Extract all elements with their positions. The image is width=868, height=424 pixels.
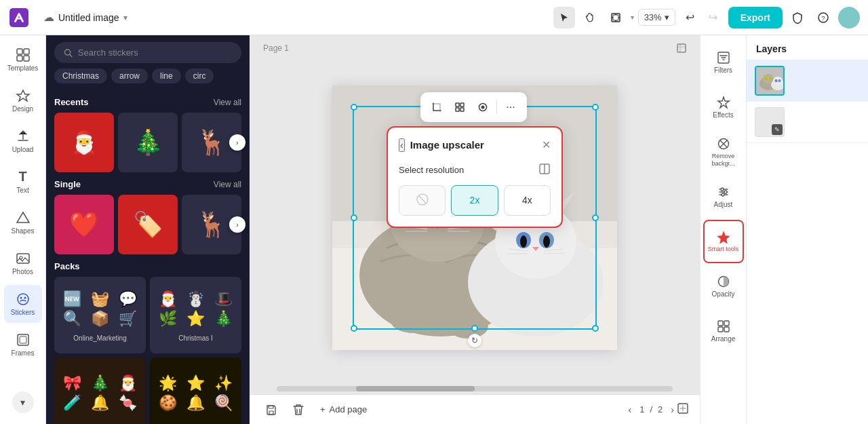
upscaler-header: ‹ Image upscaler ✕: [399, 138, 551, 152]
upscaler-popup: ‹ Image upscaler ✕ Select resolution: [387, 126, 563, 228]
tag-line[interactable]: line: [152, 69, 181, 83]
recents-grid: 🎅 🎄 🦌 ›: [54, 113, 241, 172]
sidebar-item-shapes[interactable]: Shapes: [4, 204, 42, 242]
rp-filters-label: Filters: [714, 66, 732, 75]
shapes-icon: [16, 210, 31, 225]
canvas-scrollbar[interactable]: [277, 386, 673, 391]
rp-opacity[interactable]: Opacity: [703, 265, 744, 308]
handle-bottom-left[interactable]: [351, 325, 357, 332]
svg-rect-6: [17, 49, 22, 54]
tag-circ[interactable]: circ: [185, 69, 214, 83]
sidebar-item-templates[interactable]: Templates: [4, 41, 42, 79]
single-next-arrow[interactable]: ›: [229, 216, 245, 233]
upscaler-opt-2x[interactable]: 2x: [451, 185, 498, 216]
add-page-button[interactable]: + Add page: [315, 402, 372, 417]
single-sticker-1[interactable]: ❤️: [54, 195, 114, 254]
sidebar-item-stickers[interactable]: Stickers: [4, 285, 42, 323]
upscaler-close-button[interactable]: ✕: [542, 138, 551, 151]
handle-mid-right[interactable]: [592, 214, 599, 221]
sidebar-collapse-button[interactable]: ▾: [12, 391, 34, 413]
hand-tool-button[interactable]: [579, 7, 601, 28]
handle-bottom-mid[interactable]: [471, 325, 478, 332]
search-box[interactable]: [54, 42, 241, 63]
pack-name-2: Christmas I: [178, 334, 213, 345]
svg-line-18: [70, 54, 72, 56]
effects-icon: [717, 96, 730, 109]
rp-remove-bg[interactable]: Remove backgr...: [703, 130, 744, 174]
svg-point-13: [20, 296, 22, 298]
svg-rect-62: [269, 406, 273, 408]
pack-icon-1: 🆕: [60, 290, 85, 308]
zoom-control[interactable]: 33% ▾: [638, 9, 675, 26]
logo[interactable]: [8, 7, 30, 28]
recent-sticker-1[interactable]: 🎅: [54, 113, 114, 172]
rp-filters[interactable]: Filters: [703, 41, 744, 84]
sidebar-item-photos[interactable]: Photos: [4, 244, 42, 282]
save-button[interactable]: [260, 399, 282, 421]
upscaler-opt-none[interactable]: [399, 185, 446, 216]
recents-view-all[interactable]: View all: [214, 98, 241, 107]
pack-gold[interactable]: 🌟 ⭐ ✨ 🍪 🔔 🍭: [150, 358, 241, 425]
svg-rect-71: [724, 321, 729, 326]
tag-arrow[interactable]: arrow: [111, 69, 148, 83]
svg-point-82: [778, 79, 781, 82]
pack-christmas[interactable]: 🎅 ☃️ 🎩 🌿 ⭐ 🎄 Christmas I: [150, 277, 241, 353]
sticker-content: Recents View all 🎅 🎄 🦌 › Single View all…: [46, 90, 250, 424]
frame-tool-button[interactable]: [605, 7, 627, 28]
recents-next-arrow[interactable]: ›: [229, 134, 245, 151]
doc-title-area[interactable]: ☁ Untitled image ▾: [43, 11, 127, 24]
shield-button[interactable]: [787, 7, 808, 28]
handle-bottom-right[interactable]: [592, 325, 599, 332]
delete-button[interactable]: [288, 399, 309, 421]
rp-effects[interactable]: Effects: [703, 85, 744, 129]
resize-icon[interactable]: [677, 43, 686, 55]
page-navigation: ‹ 1 / 2 ›: [626, 402, 677, 418]
upscaler-opt-4x[interactable]: 4x: [504, 185, 551, 216]
sidebar-item-upload[interactable]: Upload: [4, 122, 42, 160]
pack-christmas-2[interactable]: 🎀 🎄 🎅 🧪 🔔 🍬: [54, 358, 146, 425]
user-avatar[interactable]: [838, 7, 860, 28]
mask-button[interactable]: [472, 96, 494, 118]
expand-button[interactable]: [677, 402, 689, 417]
cloud-icon: ☁: [43, 11, 54, 24]
prev-page-button[interactable]: ‹: [626, 402, 635, 418]
sidebar-item-design[interactable]: Design: [4, 81, 42, 119]
recent-sticker-2[interactable]: 🎄: [118, 113, 178, 172]
more-button[interactable]: ···: [500, 96, 521, 118]
floating-toolbar: ···: [420, 92, 527, 122]
next-page-button[interactable]: ›: [668, 402, 677, 418]
handle-top-left[interactable]: [351, 104, 357, 111]
svg-rect-10: [17, 254, 29, 263]
single-view-all[interactable]: View all: [214, 180, 241, 189]
layer-item-1[interactable]: [747, 60, 868, 102]
grid-button[interactable]: [449, 96, 471, 118]
export-button[interactable]: Export: [728, 7, 783, 28]
redo-button[interactable]: ↪: [703, 7, 724, 28]
sidebar-item-frames[interactable]: Frames: [4, 326, 42, 364]
crop-button[interactable]: [426, 96, 448, 118]
upscaler-back-button[interactable]: ‹: [399, 138, 405, 152]
handle-top-right[interactable]: [592, 104, 599, 111]
templates-icon: [16, 47, 31, 62]
pack-name-1: Online_Marketing: [73, 334, 126, 345]
rp-smart-tools[interactable]: Smart tools: [703, 220, 744, 263]
undo-button[interactable]: ↩: [679, 7, 701, 28]
text-icon: T: [18, 169, 26, 185]
search-input[interactable]: [78, 47, 232, 58]
select-tool-button[interactable]: [553, 7, 575, 28]
canvas-area: Page 1: [250, 35, 700, 424]
rp-adjust[interactable]: Adjust: [703, 175, 744, 218]
pack-online-marketing[interactable]: 🆕 🧺 💬 🔍 📦 🛒 Online_Marketing: [54, 277, 146, 353]
rotate-handle[interactable]: ↻: [468, 334, 481, 347]
layer-item-2[interactable]: ✎: [747, 102, 868, 143]
svg-point-14: [24, 296, 26, 298]
sidebar-item-text[interactable]: T Text: [4, 163, 42, 201]
tag-christmas[interactable]: Christmas: [54, 69, 107, 83]
sidebar-item-design-label: Design: [12, 105, 33, 113]
handle-mid-left[interactable]: [351, 214, 357, 221]
help-button[interactable]: ?: [812, 7, 834, 28]
single-sticker-2[interactable]: 🏷️: [118, 195, 178, 254]
pack2-icon-4: 🧪: [60, 394, 85, 412]
rp-arrange[interactable]: Arrange: [703, 309, 744, 353]
layers-panel: Layers ✎: [746, 35, 868, 424]
